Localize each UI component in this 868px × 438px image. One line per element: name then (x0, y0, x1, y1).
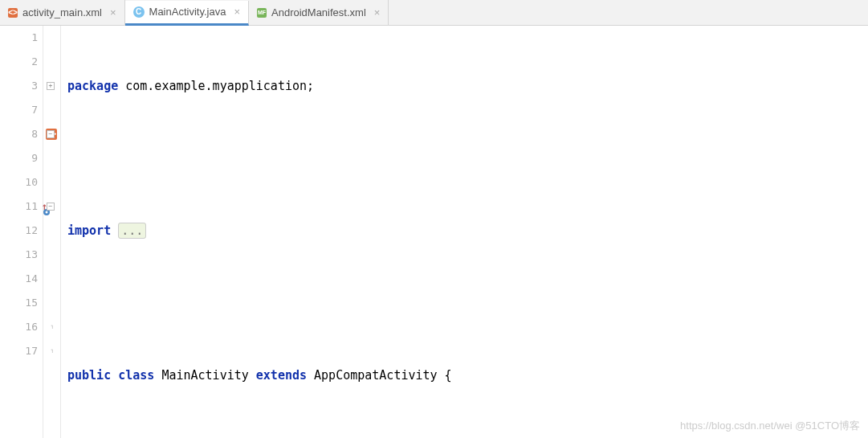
close-icon[interactable]: × (234, 6, 240, 18)
xml-file-icon: <> (8, 8, 18, 18)
folded-region[interactable]: ... (118, 223, 146, 239)
fold-toggle-icon[interactable]: − (47, 130, 55, 138)
editor-tabs: <> activity_main.xml × C MainActivity.ja… (0, 0, 868, 26)
code-area[interactable]: package com.example.myapplication; impor… (61, 26, 868, 438)
code-line: package com.example.myapplication; (67, 74, 868, 98)
java-file-icon: C (133, 6, 145, 18)
tab-manifest[interactable]: MF AndroidManifest.xml × (249, 0, 389, 25)
fold-end-icon[interactable]: ⌐ (47, 323, 55, 331)
manifest-file-icon: MF (257, 8, 267, 18)
tab-label: MainActivity.java (149, 6, 226, 18)
tab-activity-main[interactable]: <> activity_main.xml × (0, 0, 125, 25)
code-line: public class MainActivity extends AppCom… (67, 363, 868, 387)
fold-toggle-icon[interactable]: − (47, 203, 55, 211)
fold-gutter: + − − ⌐ ⌐ (43, 26, 61, 438)
code-line (67, 291, 868, 315)
close-icon[interactable]: × (374, 6, 381, 18)
fold-toggle-icon[interactable]: + (47, 82, 55, 90)
close-icon[interactable]: × (110, 6, 116, 18)
code-editor[interactable]: 1 2 3 7 8<> 9 10 11↑ 12 13 14 15 16 17 +… (0, 26, 868, 438)
code-line: import ... (67, 219, 868, 243)
fold-end-icon[interactable]: ⌐ (47, 347, 55, 355)
tab-label: activity_main.xml (22, 6, 102, 18)
code-line (67, 146, 868, 170)
tab-main-activity[interactable]: C MainActivity.java × (125, 1, 249, 26)
tab-label: AndroidManifest.xml (271, 6, 366, 18)
watermark-text: https://blog.csdn.net/wei @51CTO博客 (680, 419, 860, 433)
line-number-gutter: 1 2 3 7 8<> 9 10 11↑ 12 13 14 15 16 17 (0, 26, 43, 438)
